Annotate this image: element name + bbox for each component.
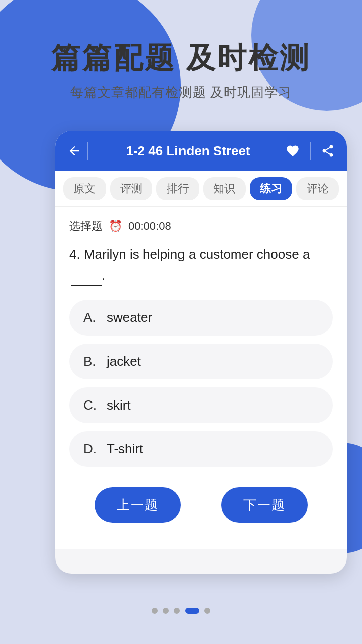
tab-pingce[interactable]: 评测 [110,177,153,200]
option-d-label: D. [83,441,99,457]
option-c-label: C. [83,397,99,413]
tab-paihang[interactable]: 排行 [156,177,199,200]
option-a[interactable]: A. sweater [69,300,333,336]
dot-5 [204,608,210,614]
sub-title: 每篇文章都配有检测题 及时巩固学习 [0,84,362,101]
option-a-label: A. [83,310,99,326]
option-d-text: T-shirt [107,441,143,457]
heart-icon [286,144,300,158]
question-text: 4. Marilyn is helping a customer choose … [69,244,333,286]
card: 1-2 46 Linden Street 原文 评测 排行 知识 练习 评论 [55,131,347,574]
dot-1 [152,608,158,614]
header-area: 篇篇配题 及时检测 每篇文章都配有检测题 及时巩固学习 [0,40,362,101]
tab-lianxi[interactable]: 练习 [250,177,293,200]
next-button[interactable]: 下一题 [221,487,308,523]
tabs: 原文 评测 排行 知识 练习 评论 [55,171,347,207]
pagination [0,608,362,614]
share-button[interactable] [319,142,337,160]
option-a-text: sweater [107,310,152,326]
question-type: 选择题 [69,219,103,234]
option-d[interactable]: D. T-shirt [69,431,333,467]
options: A. sweater B. jacket C. skirt D. T-shirt [69,300,333,467]
option-b-text: jacket [107,354,141,369]
question-meta: 选择题 ⏰ 00:00:08 [69,219,333,234]
tab-yuanwen[interactable]: 原文 [63,177,106,200]
favorite-button[interactable] [284,142,302,160]
option-b[interactable]: B. jacket [69,344,333,379]
card-header: 1-2 46 Linden Street [55,131,347,171]
tab-pinglun[interactable]: 评论 [296,177,339,200]
card-body: 选择题 ⏰ 00:00:08 4. Marilyn is helping a c… [55,207,347,549]
share-icon [321,144,335,158]
back-icon [67,144,81,158]
back-button[interactable] [65,142,83,160]
header-divider-left [87,142,88,160]
nav-buttons: 上一题 下一题 [69,483,333,537]
option-b-label: B. [83,354,99,369]
question-number: 4. [69,247,80,262]
main-title: 篇篇配题 及时检测 [0,40,362,75]
header-divider-right [310,142,311,160]
question-blank [71,285,102,286]
timer-value: 00:00:08 [128,220,171,233]
dot-4-active [185,608,199,614]
dot-2 [163,608,169,614]
question-body: Marilyn is helping a customer choose a [84,247,310,262]
prev-button[interactable]: 上一题 [95,487,181,523]
option-c-text: skirt [107,397,131,413]
timer-icon: ⏰ [109,220,122,233]
dot-3 [174,608,180,614]
card-title: 1-2 46 Linden Street [93,143,284,159]
tab-zhishi[interactable]: 知识 [203,177,246,200]
option-c[interactable]: C. skirt [69,387,333,423]
header-icons [284,142,337,160]
